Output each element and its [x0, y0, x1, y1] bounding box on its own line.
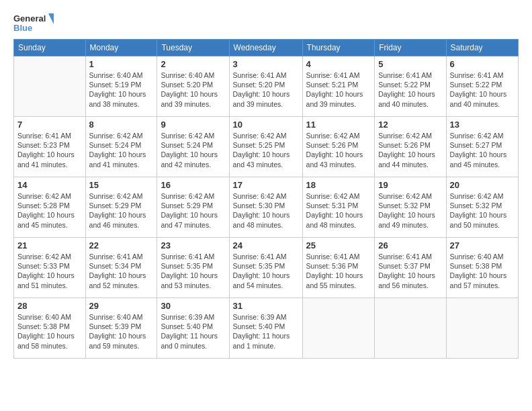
day-number: 18 [306, 180, 371, 190]
day-number: 11 [306, 120, 371, 130]
calendar-cell: 25Sunrise: 6:41 AM Sunset: 5:36 PM Dayli… [302, 238, 375, 298]
calendar-cell: 29Sunrise: 6:40 AM Sunset: 5:39 PM Dayli… [85, 298, 157, 359]
logo-svg: General Blue [13, 11, 54, 35]
calendar-cell: 21Sunrise: 6:42 AM Sunset: 5:33 PM Dayli… [14, 238, 86, 298]
day-number: 17 [233, 180, 299, 190]
calendar-cell: 17Sunrise: 6:42 AM Sunset: 5:30 PM Dayli… [229, 177, 302, 238]
day-number: 22 [89, 240, 154, 250]
day-info: Sunrise: 6:41 AM Sunset: 5:35 PM Dayligh… [233, 252, 299, 290]
calendar-cell: 14Sunrise: 6:42 AM Sunset: 5:28 PM Dayli… [14, 177, 86, 238]
calendar-cell: 11Sunrise: 6:42 AM Sunset: 5:26 PM Dayli… [302, 117, 375, 177]
day-info: Sunrise: 6:41 AM Sunset: 5:22 PM Dayligh… [450, 71, 515, 109]
calendar-cell: 18Sunrise: 6:42 AM Sunset: 5:31 PM Dayli… [302, 177, 375, 238]
day-info: Sunrise: 6:40 AM Sunset: 5:20 PM Dayligh… [161, 71, 225, 109]
calendar-cell: 12Sunrise: 6:42 AM Sunset: 5:26 PM Dayli… [375, 117, 446, 177]
calendar-cell: 1Sunrise: 6:40 AM Sunset: 5:19 PM Daylig… [85, 56, 157, 117]
calendar-cell: 30Sunrise: 6:39 AM Sunset: 5:40 PM Dayli… [157, 298, 229, 359]
day-info: Sunrise: 6:41 AM Sunset: 5:34 PM Dayligh… [89, 252, 154, 290]
day-number: 23 [161, 240, 225, 250]
calendar-cell: 23Sunrise: 6:41 AM Sunset: 5:35 PM Dayli… [157, 238, 229, 298]
calendar-cell: 10Sunrise: 6:42 AM Sunset: 5:25 PM Dayli… [229, 117, 302, 177]
weekday-header: Sunday [14, 40, 86, 56]
weekday-header: Tuesday [157, 40, 229, 56]
day-number: 4 [306, 59, 371, 69]
day-info: Sunrise: 6:40 AM Sunset: 5:38 PM Dayligh… [17, 312, 82, 351]
day-number: 9 [161, 120, 225, 130]
day-number: 19 [378, 180, 442, 190]
calendar-cell: 5Sunrise: 6:41 AM Sunset: 5:22 PM Daylig… [375, 56, 446, 117]
day-number: 26 [378, 240, 442, 250]
calendar-cell: 13Sunrise: 6:42 AM Sunset: 5:27 PM Dayli… [446, 117, 518, 177]
day-number: 15 [89, 180, 154, 190]
calendar-cell: 16Sunrise: 6:42 AM Sunset: 5:29 PM Dayli… [157, 177, 229, 238]
day-info: Sunrise: 6:39 AM Sunset: 5:40 PM Dayligh… [161, 312, 225, 351]
day-number: 21 [17, 240, 82, 250]
day-info: Sunrise: 6:42 AM Sunset: 5:28 PM Dayligh… [17, 191, 82, 230]
calendar-cell: 3Sunrise: 6:41 AM Sunset: 5:20 PM Daylig… [229, 56, 302, 117]
weekday-header: Saturday [446, 40, 518, 56]
day-info: Sunrise: 6:40 AM Sunset: 5:39 PM Dayligh… [89, 312, 154, 351]
day-number: 1 [89, 59, 154, 69]
calendar-cell: 26Sunrise: 6:41 AM Sunset: 5:37 PM Dayli… [375, 238, 446, 298]
svg-text:Blue: Blue [13, 23, 32, 33]
day-info: Sunrise: 6:42 AM Sunset: 5:27 PM Dayligh… [450, 131, 515, 169]
day-info: Sunrise: 6:41 AM Sunset: 5:36 PM Dayligh… [306, 252, 371, 290]
day-info: Sunrise: 6:42 AM Sunset: 5:30 PM Dayligh… [233, 191, 299, 230]
day-info: Sunrise: 6:42 AM Sunset: 5:29 PM Dayligh… [161, 191, 225, 230]
day-info: Sunrise: 6:41 AM Sunset: 5:20 PM Dayligh… [233, 71, 299, 109]
day-info: Sunrise: 6:41 AM Sunset: 5:21 PM Dayligh… [306, 71, 371, 109]
day-number: 13 [450, 120, 515, 130]
day-number: 2 [161, 59, 225, 69]
day-info: Sunrise: 6:41 AM Sunset: 5:23 PM Dayligh… [17, 131, 82, 169]
day-number: 28 [17, 301, 82, 311]
day-info: Sunrise: 6:42 AM Sunset: 5:29 PM Dayligh… [89, 191, 154, 230]
day-number: 6 [450, 59, 515, 69]
calendar-cell: 24Sunrise: 6:41 AM Sunset: 5:35 PM Dayli… [229, 238, 302, 298]
day-number: 30 [161, 301, 225, 311]
day-info: Sunrise: 6:42 AM Sunset: 5:26 PM Dayligh… [306, 131, 371, 169]
weekday-header: Wednesday [229, 40, 302, 56]
calendar-cell: 2Sunrise: 6:40 AM Sunset: 5:20 PM Daylig… [157, 56, 229, 117]
calendar-table: SundayMondayTuesdayWednesdayThursdayFrid… [13, 39, 519, 359]
day-number: 10 [233, 120, 299, 130]
day-info: Sunrise: 6:42 AM Sunset: 5:32 PM Dayligh… [450, 191, 515, 230]
day-number: 3 [233, 59, 299, 69]
day-number: 27 [450, 240, 515, 250]
svg-marker-2 [48, 13, 54, 24]
calendar-cell: 20Sunrise: 6:42 AM Sunset: 5:32 PM Dayli… [446, 177, 518, 238]
day-info: Sunrise: 6:41 AM Sunset: 5:37 PM Dayligh… [378, 252, 442, 290]
day-number: 5 [378, 59, 442, 69]
day-info: Sunrise: 6:42 AM Sunset: 5:32 PM Dayligh… [378, 191, 442, 230]
calendar-cell: 19Sunrise: 6:42 AM Sunset: 5:32 PM Dayli… [375, 177, 446, 238]
calendar-cell: 4Sunrise: 6:41 AM Sunset: 5:21 PM Daylig… [302, 56, 375, 117]
day-info: Sunrise: 6:39 AM Sunset: 5:40 PM Dayligh… [233, 312, 299, 351]
day-number: 25 [306, 240, 371, 250]
day-info: Sunrise: 6:42 AM Sunset: 5:25 PM Dayligh… [233, 131, 299, 169]
day-number: 24 [233, 240, 299, 250]
calendar-cell [302, 298, 375, 359]
day-number: 31 [233, 301, 299, 311]
day-info: Sunrise: 6:42 AM Sunset: 5:33 PM Dayligh… [17, 252, 82, 290]
day-number: 12 [378, 120, 442, 130]
page-header: General Blue [13, 11, 519, 35]
day-info: Sunrise: 6:42 AM Sunset: 5:24 PM Dayligh… [161, 131, 225, 169]
day-info: Sunrise: 6:40 AM Sunset: 5:19 PM Dayligh… [89, 71, 154, 109]
day-number: 16 [161, 180, 225, 190]
day-number: 7 [17, 120, 82, 130]
day-info: Sunrise: 6:42 AM Sunset: 5:26 PM Dayligh… [378, 131, 442, 169]
day-number: 29 [89, 301, 154, 311]
calendar-cell: 6Sunrise: 6:41 AM Sunset: 5:22 PM Daylig… [446, 56, 518, 117]
calendar-cell: 7Sunrise: 6:41 AM Sunset: 5:23 PM Daylig… [14, 117, 86, 177]
day-number: 8 [89, 120, 154, 130]
calendar-cell: 22Sunrise: 6:41 AM Sunset: 5:34 PM Dayli… [85, 238, 157, 298]
day-info: Sunrise: 6:41 AM Sunset: 5:22 PM Dayligh… [378, 71, 442, 109]
calendar-cell: 8Sunrise: 6:42 AM Sunset: 5:24 PM Daylig… [85, 117, 157, 177]
svg-text:General: General [13, 13, 46, 24]
logo: General Blue [13, 11, 54, 35]
calendar-cell: 27Sunrise: 6:40 AM Sunset: 5:38 PM Dayli… [446, 238, 518, 298]
day-info: Sunrise: 6:42 AM Sunset: 5:31 PM Dayligh… [306, 191, 371, 230]
weekday-header: Thursday [302, 40, 375, 56]
day-info: Sunrise: 6:41 AM Sunset: 5:35 PM Dayligh… [161, 252, 225, 290]
weekday-header: Monday [85, 40, 157, 56]
day-number: 20 [450, 180, 515, 190]
